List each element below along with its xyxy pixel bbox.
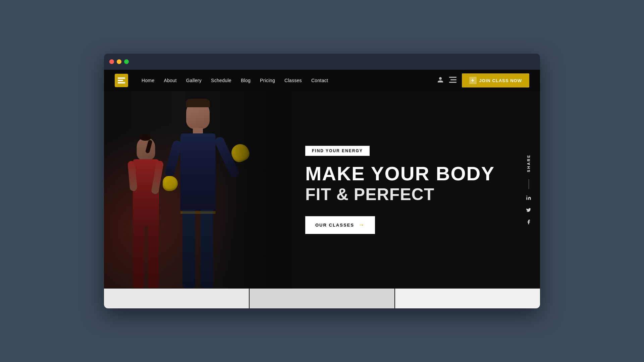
hero-image-area	[104, 91, 292, 288]
menu-lines-icon[interactable]	[449, 77, 457, 84]
male-torso	[180, 133, 216, 210]
svg-point-6	[526, 195, 527, 196]
facebook-icon[interactable]	[525, 219, 532, 225]
user-icon[interactable]	[437, 76, 444, 85]
twitter-icon[interactable]	[525, 206, 532, 213]
linkedin-icon[interactable]	[525, 194, 532, 201]
bottom-card-1	[104, 288, 249, 308]
svg-rect-0	[118, 77, 125, 79]
male-leg-right	[201, 209, 213, 288]
svg-rect-1	[118, 80, 123, 81]
navbar: Home About Gallery Schedule Blog Pricing…	[104, 70, 540, 91]
traffic-light-yellow[interactable]	[117, 59, 121, 64]
svg-rect-2	[118, 82, 125, 83]
browser-window: Home About Gallery Schedule Blog Pricing…	[104, 54, 540, 308]
bottom-card-3	[395, 288, 540, 308]
hero-title-line2: FIT & PERFECT	[305, 186, 520, 203]
svg-rect-5	[449, 82, 457, 83]
site-wrapper: Home About Gallery Schedule Blog Pricing…	[104, 70, 540, 308]
our-classes-label: OUR CLASSES	[315, 223, 354, 228]
share-divider	[529, 179, 529, 189]
nav-home[interactable]: Home	[142, 78, 155, 83]
nav-about[interactable]: About	[164, 78, 177, 83]
hero-section: FIND YOUR ENERGY MAKE YOUR BODY FIT & PE…	[104, 91, 540, 288]
nav-classes[interactable]: Classes	[284, 78, 302, 83]
logo[interactable]	[115, 74, 128, 87]
nav-links: Home About Gallery Schedule Blog Pricing…	[142, 77, 437, 83]
hero-title-line1: MAKE YOUR BODY	[305, 164, 520, 183]
browser-chrome	[104, 54, 540, 70]
svg-rect-3	[449, 77, 457, 78]
male-leg-left	[182, 209, 195, 288]
share-label: SHARE	[527, 154, 531, 172]
join-class-label: JOIN CLASS NOW	[479, 78, 522, 83]
traffic-light-red[interactable]	[109, 59, 114, 64]
hero-content: FIND YOUR ENERGY MAKE YOUR BODY FIT & PE…	[292, 91, 540, 288]
social-sidebar: SHARE	[525, 154, 532, 225]
male-glove-left	[163, 176, 178, 191]
traffic-light-green[interactable]	[124, 59, 129, 64]
nav-blog[interactable]: Blog	[241, 78, 251, 83]
svg-rect-4	[450, 79, 457, 80]
male-hair	[186, 99, 210, 107]
nav-gallery[interactable]: Gallery	[186, 78, 202, 83]
arrow-right-icon: →	[358, 222, 365, 229]
nav-schedule[interactable]: Schedule	[211, 78, 231, 83]
our-classes-button[interactable]: OUR CLASSES →	[305, 216, 375, 234]
bottom-card-2	[250, 288, 394, 308]
join-class-button[interactable]: + JOIN CLASS NOW	[462, 73, 529, 87]
nav-contact[interactable]: Contact	[311, 78, 328, 83]
image-fade-right	[225, 91, 292, 288]
belt-detail	[180, 211, 216, 214]
bottom-cards-strip	[104, 288, 540, 308]
female-leg-left	[133, 225, 144, 288]
male-arm-left	[164, 139, 183, 177]
plus-icon: +	[469, 77, 477, 84]
nav-actions: + JOIN CLASS NOW	[437, 73, 529, 87]
tag-badge: FIND YOUR ENERGY	[305, 146, 370, 156]
nav-pricing[interactable]: Pricing	[260, 78, 275, 83]
